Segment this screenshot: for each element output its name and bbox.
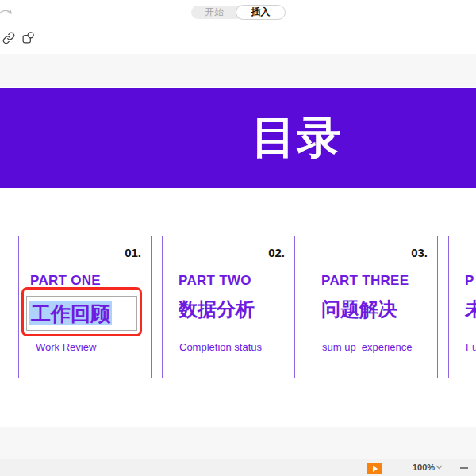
section-box-2[interactable]: 02. PART TWO 数据分析 Completion status — [162, 236, 295, 378]
section-box-4[interactable]: P 未 Fu — [448, 236, 476, 378]
section-box-3[interactable]: 03. PART THREE 问题解决 sum up experience — [305, 236, 438, 378]
section-subtitle: Fu — [466, 341, 476, 353]
canvas-background-top — [0, 54, 476, 87]
section-part-label: PART THREE — [321, 273, 409, 289]
section-subtitle: Completion status — [179, 341, 262, 353]
slide-title[interactable]: 目录 — [251, 112, 342, 163]
canvas-background-bottom — [0, 427, 476, 459]
play-triangle-icon — [373, 466, 378, 472]
section-part-label: PART ONE — [30, 273, 101, 289]
highlighted-text[interactable]: 工作回顾 — [29, 301, 112, 325]
link-icon[interactable] — [2, 32, 15, 44]
shapes-icon[interactable] — [21, 31, 35, 44]
section-title: 未 — [465, 297, 476, 322]
section-title: 问题解决 — [321, 297, 397, 322]
title-banner[interactable]: 目录 — [0, 88, 476, 188]
chevron-down-icon[interactable] — [436, 465, 443, 470]
status-bar: 100% — [0, 459, 476, 476]
section-subtitle: Work Review — [36, 341, 96, 353]
section-part-label: P — [465, 273, 474, 289]
ribbon-tab-bar: 开始 插入 — [191, 6, 285, 19]
section-box-1[interactable]: 01. PART ONE 工作回顾 Work Review — [18, 236, 152, 378]
text-box-selected[interactable]: 工作回顾 — [26, 296, 137, 331]
section-number: 01. — [125, 246, 141, 259]
section-number: 02. — [268, 246, 285, 259]
tab-home[interactable]: 开始 — [191, 6, 237, 19]
toolbar: 开始 插入 — [0, 0, 476, 54]
slide-canvas[interactable]: 目录 01. PART ONE 工作回顾 Work Review 02. PAR… — [0, 87, 476, 427]
section-subtitle: sum up experience — [322, 341, 412, 353]
section-part-label: PART TWO — [178, 273, 251, 289]
app-window: 开始 插入 目录 01. PART ONE 工作回顾 Work Review — [0, 0, 476, 476]
redo-icon[interactable] — [0, 6, 15, 19]
zoom-out-icon[interactable] — [460, 467, 468, 469]
tab-insert[interactable]: 插入 — [236, 5, 286, 20]
section-title: 数据分析 — [178, 297, 255, 322]
zoom-level[interactable]: 100% — [413, 463, 435, 472]
slideshow-play-icon[interactable] — [367, 463, 382, 474]
section-number: 03. — [411, 246, 428, 259]
